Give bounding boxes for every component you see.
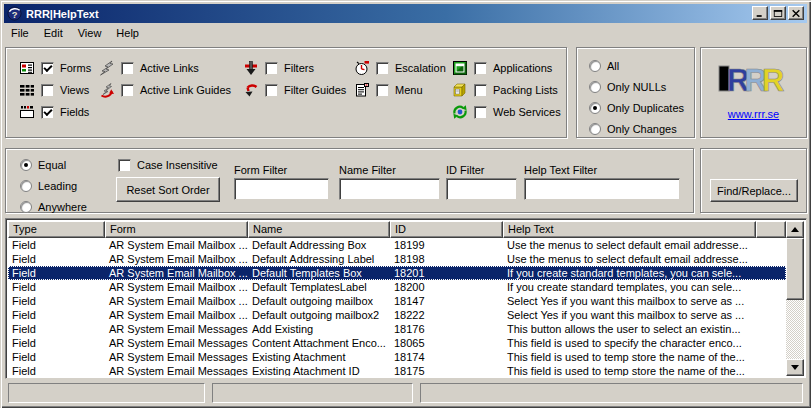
object-type-views[interactable]: Views: [19, 82, 89, 98]
views-icon: [19, 82, 35, 98]
cell-help: Select Yes if you want this mailbox to s…: [503, 294, 756, 308]
cell-help: If you create standard templates, you ca…: [503, 266, 756, 280]
match-option-anywhere[interactable]: Anywhere: [20, 199, 87, 215]
object-type-packing-lists[interactable]: Packing Lists: [452, 82, 558, 98]
name-filter-input[interactable]: [339, 178, 440, 200]
reset-sort-order-button[interactable]: Reset Sort Order: [116, 177, 220, 202]
table-header-row: TypeFormNameIDHelp Text: [8, 221, 786, 238]
object-type-filters[interactable]: Filters: [243, 60, 314, 76]
radio-leading[interactable]: [20, 180, 32, 192]
object-type-menu[interactable]: Menu: [354, 82, 423, 98]
scroll-up-button[interactable]: [786, 221, 804, 238]
cell-help: This field is used to temp store the nam…: [503, 350, 756, 364]
cell-form: AR System Email Mailbox ...: [105, 266, 248, 280]
case-insensitive-option[interactable]: Case Insensitive: [118, 157, 218, 173]
table-row[interactable]: FieldAR System Email Mailbox ...Default …: [8, 238, 786, 252]
object-type-filter-guides[interactable]: Filter Guides: [243, 82, 346, 98]
checkbox-filter-guides[interactable]: [265, 84, 278, 97]
table-row[interactable]: FieldAR System Email MessagesExisting At…: [8, 350, 786, 364]
match-option-leading[interactable]: Leading: [20, 178, 77, 194]
scrollbar-track[interactable]: [786, 300, 804, 359]
checkbox-fields[interactable]: [41, 106, 54, 119]
table-row[interactable]: FieldAR System Email MessagesAdd Existin…: [8, 322, 786, 336]
scope-option-only-changes[interactable]: Only Changes: [589, 121, 677, 137]
checkbox-label-applications: Applications: [493, 62, 552, 74]
column-header-name[interactable]: Name: [248, 221, 390, 238]
object-type-applications[interactable]: Applications: [452, 60, 552, 76]
form-filter-label: Form Filter: [234, 164, 287, 176]
column-header-form[interactable]: Form: [105, 221, 248, 238]
radio-only-nulls[interactable]: [589, 81, 601, 93]
object-types-groupbox: FormsViewsFieldsActive LinksActive Link …: [5, 47, 567, 138]
scope-option-only-duplicates[interactable]: Only Duplicates: [589, 100, 684, 116]
checkbox-views[interactable]: [41, 84, 54, 97]
maximize-button[interactable]: [770, 6, 786, 20]
radio-equal[interactable]: [20, 159, 32, 171]
arrow-up-icon: [791, 227, 799, 232]
window-controls: [750, 6, 804, 20]
scroll-down-button[interactable]: [786, 359, 804, 376]
table-body: FieldAR System Email Mailbox ...Default …: [8, 238, 786, 376]
menu-item-file[interactable]: File: [4, 24, 37, 42]
filter-guide-icon: [243, 82, 259, 98]
menu-item-view[interactable]: View: [71, 24, 110, 42]
radio-only-changes[interactable]: [589, 123, 601, 135]
checkbox-active-links[interactable]: [121, 62, 134, 75]
close-button[interactable]: [788, 6, 804, 20]
checkbox-applications[interactable]: [474, 62, 487, 75]
column-header-type[interactable]: Type: [8, 221, 105, 238]
radio-all[interactable]: [589, 60, 601, 72]
object-type-forms[interactable]: Forms: [19, 60, 91, 76]
menu-item-help[interactable]: Help: [109, 24, 147, 42]
table-row[interactable]: FieldAR System Email Mailbox ...Default …: [8, 252, 786, 266]
case-insensitive-checkbox[interactable]: [118, 159, 131, 172]
cell-id: 18147: [390, 294, 503, 308]
id-filter-input[interactable]: [446, 178, 517, 200]
column-header-help-text[interactable]: Help Text: [503, 221, 756, 238]
vertical-scrollbar[interactable]: [786, 221, 804, 376]
cell-id: 18176: [390, 322, 503, 336]
checkbox-filters[interactable]: [265, 62, 278, 75]
object-type-active-links[interactable]: Active Links: [99, 60, 199, 76]
find-replace-button[interactable]: Find/Replace...: [710, 179, 798, 202]
scrollbar-thumb[interactable]: [786, 238, 804, 300]
radio-label-equal: Equal: [38, 159, 66, 171]
case-insensitive-label: Case Insensitive: [137, 159, 218, 171]
object-type-web-services[interactable]: Web Services: [452, 104, 561, 120]
table-row[interactable]: FieldAR System Email Mailbox ...Default …: [8, 280, 786, 294]
table-row[interactable]: FieldAR System Email MessagesContent Att…: [8, 336, 786, 350]
checkbox-label-filters: Filters: [284, 62, 314, 74]
match-option-equal[interactable]: Equal: [20, 157, 66, 173]
table-row[interactable]: FieldAR System Email Mailbox ...Default …: [8, 308, 786, 322]
form-filter-input[interactable]: [234, 178, 329, 200]
status-bar: [4, 383, 807, 403]
minimize-button[interactable]: [752, 6, 768, 20]
checkbox-active-link-guides[interactable]: [121, 84, 134, 97]
radio-anywhere[interactable]: [20, 201, 32, 213]
checkbox-label-views: Views: [60, 84, 89, 96]
web-services-icon: [452, 104, 468, 120]
object-type-fields[interactable]: Fields: [19, 104, 89, 120]
checkbox-menu[interactable]: [376, 84, 389, 97]
scope-option-all[interactable]: All: [589, 58, 619, 74]
checkbox-escalation[interactable]: [376, 62, 389, 75]
checkbox-label-packing-lists: Packing Lists: [493, 84, 558, 96]
cell-form: AR System Email Messages: [105, 350, 248, 364]
table-row[interactable]: FieldAR System Email MessagesExisting At…: [8, 364, 786, 376]
filter-options-groupbox: Case Insensitive Reset Sort Order EqualL…: [5, 148, 694, 213]
object-type-active-link-guides[interactable]: Active Link Guides: [99, 82, 231, 98]
cell-help: Select Yes if you want this mailbox to s…: [503, 308, 756, 322]
column-header-id[interactable]: ID: [390, 221, 503, 238]
results-table: TypeFormNameIDHelp Text FieldAR System E…: [5, 218, 807, 379]
checkbox-packing-lists[interactable]: [474, 84, 487, 97]
table-row[interactable]: FieldAR System Email Mailbox ...Default …: [8, 294, 786, 308]
checkbox-forms[interactable]: [41, 62, 54, 75]
scope-option-only-nulls[interactable]: Only NULLs: [589, 79, 666, 95]
menu-item-edit[interactable]: Edit: [37, 24, 71, 42]
checkbox-web-services[interactable]: [474, 106, 487, 119]
radio-only-duplicates[interactable]: [589, 102, 601, 114]
object-type-escalation[interactable]: Escalation: [354, 60, 446, 76]
help-text-filter-input[interactable]: [524, 178, 680, 200]
website-link[interactable]: www.rrr.se: [701, 108, 806, 120]
table-row[interactable]: FieldAR System Email Mailbox ...Default …: [8, 266, 786, 280]
